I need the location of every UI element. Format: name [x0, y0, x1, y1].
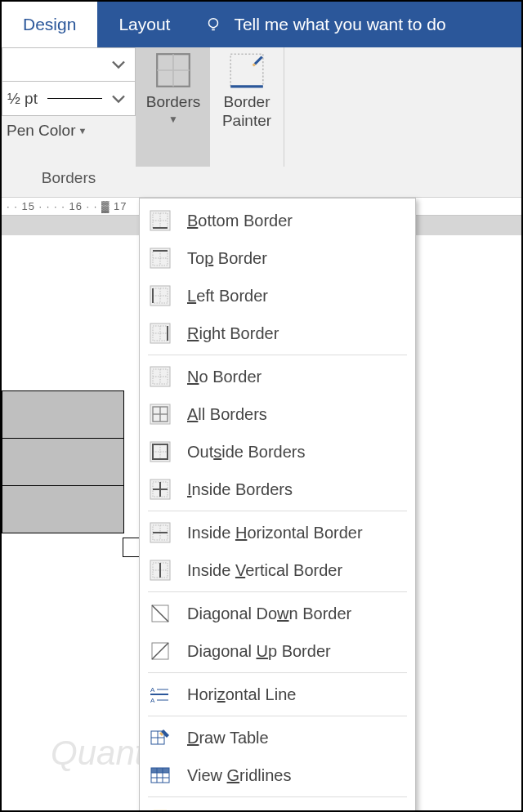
menu-item-label: Diagonal Down Border [187, 605, 351, 623]
menu-separator [148, 511, 407, 511]
draw-table-icon [148, 725, 172, 750]
menu-item-iv[interactable]: Inside Vertical Border [140, 551, 415, 589]
borders-button-label: Borders [146, 93, 201, 112]
line-preview [47, 98, 102, 100]
menu-item-label: Horizontal Line [187, 685, 296, 704]
border-ih-icon [148, 520, 172, 545]
menu-item-label: Draw Table [187, 729, 269, 747]
menu-item-label: Inside Vertical Border [187, 561, 342, 580]
border-outside-icon [148, 439, 172, 464]
menu-item-label: No Border [187, 368, 262, 386]
menu-item-right[interactable]: Right Border [140, 315, 415, 352]
menu-item-no[interactable]: No Border [140, 358, 415, 395]
borders-icon [155, 52, 191, 88]
menu-item-grid[interactable]: View Gridlines [140, 756, 415, 794]
borders-split-button[interactable]: Borders ▼ [136, 47, 210, 167]
diag-up-icon [148, 639, 172, 663]
menu-item-top[interactable]: Top Border [140, 239, 415, 277]
border-painter-label-1: Border [223, 93, 270, 112]
menu-item-label: Borders and Shading..ding. [187, 810, 385, 813]
tab-layout[interactable]: Layout [97, 2, 191, 47]
menu-item-dd[interactable]: Diagonal Down Border [140, 595, 415, 632]
border-painter-label-2: Painter [222, 112, 271, 131]
menu-item-bottom[interactable]: Bottom Border [140, 202, 415, 239]
border-none-icon [148, 364, 172, 389]
menu-separator [148, 355, 407, 355]
pen-color-label: Pen Color [7, 122, 76, 140]
ribbon-separator [284, 47, 284, 167]
svg-point-0 [209, 19, 218, 28]
svg-text:A: A [150, 686, 155, 694]
border-right-icon [148, 321, 172, 346]
tell-me-text: Tell me what you want to do [234, 15, 445, 34]
borders-dropdown-menu: Bottom BorderTop BorderLeft BorderRight … [139, 198, 416, 812]
menu-separator [148, 716, 407, 716]
svg-line-56 [152, 643, 168, 659]
line-weight-value: ½ pt [2, 90, 42, 108]
line-style-controls: ½ pt Pen Color▼ [2, 47, 136, 167]
svg-rect-70 [151, 768, 169, 773]
menu-item-label: Inside Borders [187, 480, 293, 499]
border-all-icon [148, 402, 172, 426]
line-style-dropdown[interactable] [2, 47, 136, 82]
menu-separator [148, 796, 407, 797]
menu-item-ih[interactable]: Inside Horizontal Border [140, 514, 415, 551]
ribbon-group-label: Borders [2, 169, 136, 187]
menu-item-shading[interactable]: Borders and Shading..ding. [140, 800, 415, 812]
table-in-document[interactable] [2, 390, 124, 533]
svg-text:A: A [150, 697, 155, 704]
menu-item-label: Outside Borders [187, 443, 306, 462]
menu-item-label: Right Border [187, 324, 279, 343]
chevron-down-icon [107, 87, 130, 110]
dropdown-arrow-icon: ▼ [78, 126, 87, 136]
menu-item-du[interactable]: Diagonal Up Border [140, 632, 415, 670]
menu-item-label: Diagonal Up Border [187, 642, 331, 661]
border-painter-button[interactable]: Border Painter [210, 47, 284, 167]
border-left-icon [148, 283, 172, 308]
lightbulb-icon [204, 16, 222, 33]
menu-separator [148, 591, 407, 592]
menu-item-hl[interactable]: AAHorizontal Line [140, 676, 415, 713]
border-painter-icon [229, 52, 265, 88]
border-top-icon [148, 246, 172, 270]
menu-item-all[interactable]: All Borders [140, 395, 415, 433]
tab-design[interactable]: Design [2, 2, 97, 47]
line-weight-dropdown[interactable]: ½ pt [2, 82, 136, 116]
menu-item-draw[interactable]: Draw Table [140, 719, 415, 756]
border-inside-icon [148, 477, 172, 502]
diag-down-icon [148, 601, 172, 626]
ribbon-tabs: Design Layout Tell me what you want to d… [2, 2, 521, 47]
svg-rect-4 [230, 54, 263, 87]
hline-icon: AA [148, 682, 172, 707]
pen-color-dropdown[interactable]: Pen Color▼ [2, 116, 136, 145]
ribbon-panel: ½ pt Pen Color▼ Borders ▼ [2, 47, 521, 198]
app-window: Design Layout Tell me what you want to d… [0, 0, 523, 812]
shading-icon [148, 806, 172, 812]
menu-item-outside[interactable]: Outside Borders [140, 433, 415, 471]
menu-item-label: Bottom Border [187, 212, 293, 230]
svg-line-54 [152, 605, 168, 622]
menu-item-label: Top Border [187, 249, 267, 268]
menu-item-label: View Gridlines [187, 766, 291, 785]
dropdown-arrow-icon: ▼ [168, 114, 178, 125]
border-bottom-icon [148, 208, 172, 233]
menu-separator [148, 672, 407, 673]
menu-item-label: All Borders [187, 405, 267, 424]
menu-item-label: Left Border [187, 287, 268, 306]
border-iv-icon [148, 558, 172, 582]
tell-me-box[interactable]: Tell me what you want to do [191, 2, 521, 47]
gridlines-icon [148, 763, 172, 787]
menu-item-label: Inside Horizontal Border [187, 524, 363, 542]
menu-item-left[interactable]: Left Border [140, 277, 415, 315]
chevron-down-icon [107, 53, 130, 76]
menu-item-inside[interactable]: Inside Borders [140, 471, 415, 508]
